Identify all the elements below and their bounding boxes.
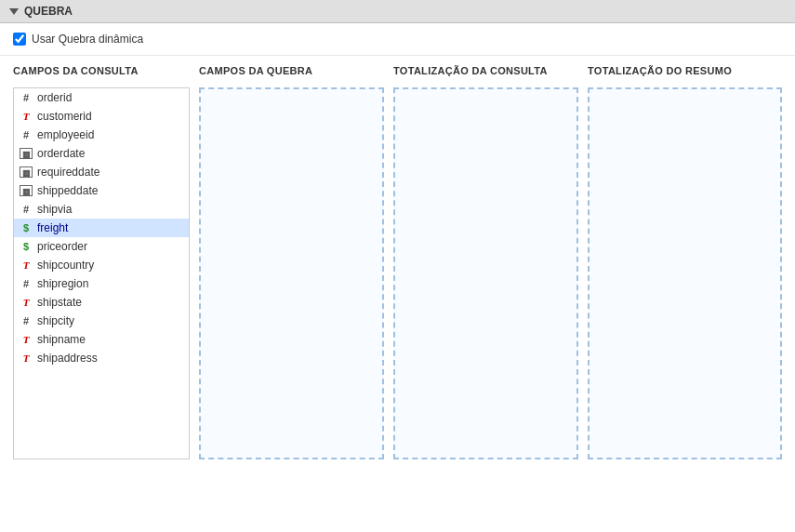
list-item[interactable]: $freight [14,219,189,237]
list-item[interactable]: ▦shippeddate [14,181,189,200]
list-item[interactable]: Tcustomerid [14,107,189,126]
field-name-label: shipname [37,333,86,346]
text-icon: T [20,297,33,308]
date-icon: ▦ [20,185,33,196]
totalizacao-da-consulta-header: TOTALIZAÇÃO DA CONSULTA [393,65,588,82]
field-name-label: requireddate [37,166,99,179]
field-name-label: priceorder [37,240,87,253]
columns-area: CAMPOS DA CONSULTA #orderidTcustomerid#e… [0,56,795,532]
totalizacao-do-resumo-column: TOTALIZAÇÃO DO RESUMO [588,65,782,523]
fields-list[interactable]: #orderidTcustomerid#employeeid▦orderdate… [13,87,190,459]
list-item[interactable]: #shipregion [14,274,189,293]
hash-icon: # [20,204,33,215]
hash-icon: # [20,92,33,103]
totalizacao-do-resumo-dropbox[interactable] [588,87,782,459]
totalizacao-da-consulta-dropbox[interactable] [393,87,578,459]
totalizacao-do-resumo-header: TOTALIZAÇÃO DO RESUMO [588,65,782,82]
field-name-label: shipvia [37,203,72,216]
text-icon: T [20,334,33,345]
field-name-label: freight [37,221,68,234]
list-item[interactable]: Tshipstate [14,293,189,312]
list-item[interactable]: Tshipaddress [14,349,189,367]
text-icon: T [20,111,33,122]
field-name-label: shipcountry [37,259,94,272]
date-icon: ▦ [20,166,33,178]
field-name-label: shipregion [37,277,88,290]
field-name-label: orderdate [37,147,85,160]
field-name-label: shipaddress [37,352,98,365]
page-container: QUEBRA Usar Quebra dinâmica CAMPOS DA CO… [0,0,795,532]
list-item[interactable]: Tshipcountry [14,256,189,274]
date-icon: ▦ [20,148,33,159]
field-name-label: orderid [37,91,72,104]
campos-da-quebra-dropbox[interactable] [199,87,384,459]
list-item[interactable]: #shipcity [14,312,189,330]
dollar-icon: $ [20,222,33,233]
collapse-icon[interactable] [9,8,19,15]
checkbox-row: Usar Quebra dinâmica [0,23,795,56]
text-icon: T [20,352,33,364]
dynamic-quebra-checkbox[interactable] [13,33,26,46]
campos-da-quebra-header: CAMPOS DA QUEBRA [199,65,393,82]
list-item[interactable]: #shipvia [14,200,189,219]
campos-da-consulta-column: CAMPOS DA CONSULTA #orderidTcustomerid#e… [13,65,199,523]
list-item[interactable]: Tshipname [14,330,189,349]
hash-icon: # [20,278,33,289]
totalizacao-da-consulta-column: TOTALIZAÇÃO DA CONSULTA [393,65,588,523]
section-header[interactable]: QUEBRA [0,0,795,23]
list-item[interactable]: #orderid [14,88,189,107]
field-name-label: shippeddate [37,184,98,197]
checkbox-label: Usar Quebra dinâmica [32,33,143,46]
dollar-icon: $ [20,241,33,252]
list-item[interactable]: ▦requireddate [14,163,189,181]
campos-da-consulta-header: CAMPOS DA CONSULTA [13,65,199,82]
hash-icon: # [20,129,33,140]
text-icon: T [20,259,33,271]
field-name-label: shipcity [37,314,74,327]
field-name-label: customerid [37,110,92,123]
hash-icon: # [20,315,33,326]
section-title: QUEBRA [24,5,73,18]
campos-da-quebra-column: CAMPOS DA QUEBRA [199,65,393,523]
field-name-label: shipstate [37,296,82,309]
list-item[interactable]: $priceorder [14,237,189,256]
field-name-label: employeeid [37,128,94,141]
list-item[interactable]: #employeeid [14,126,189,144]
list-item[interactable]: ▦orderdate [14,144,189,163]
